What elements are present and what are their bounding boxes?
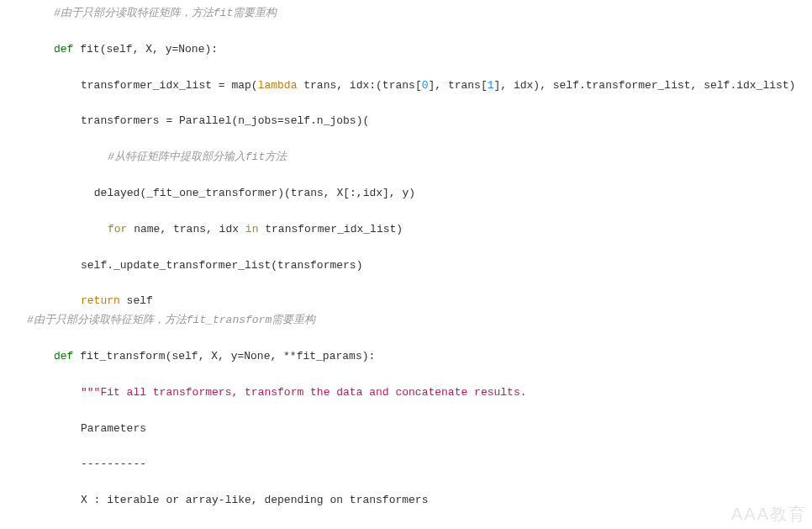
code-comment: #由于只部分读取特征矩阵，方法fit_transform需要重构 xyxy=(27,312,812,330)
code-line: return self xyxy=(27,293,812,310)
code-comment: #从特征矩阵中提取部分输入fit方法 xyxy=(27,149,812,167)
docstring: ---------- xyxy=(27,456,812,473)
code-line: self._update_transformer_list(transforme… xyxy=(27,257,812,275)
code-line: for name, trans, idx in transformer_idx_… xyxy=(27,221,812,239)
code-line: delayed(_fit_one_transformer)(trans, X[:… xyxy=(27,185,812,203)
def-fit-transform: def fit_transform(self, X, y=None, **fit… xyxy=(27,348,812,366)
code-comment: #由于只部分读取特征矩阵，方法fit需要重构 xyxy=(27,5,812,23)
docstring: Parameters xyxy=(27,421,812,438)
docstring: X : iterable or array-like, depending on… xyxy=(27,492,812,510)
code-line: transformer_idx_list = map(lambda trans,… xyxy=(27,77,812,95)
def-fit: def fit(self, X, y=None): xyxy=(27,41,812,59)
code-block: #由于只部分读取特征矩阵，方法fit需要重构 def fit(self, X, … xyxy=(27,5,812,510)
docstring: """Fit all transformers, transform the d… xyxy=(27,384,812,402)
code-line: transformers = Parallel(n_jobs=self.n_jo… xyxy=(27,113,812,130)
